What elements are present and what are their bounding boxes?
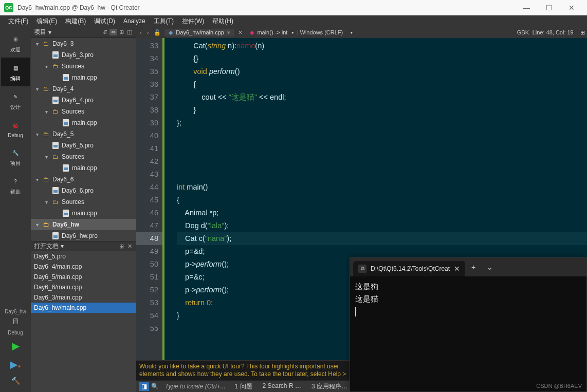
minimize-button[interactable]: — — [515, 1, 538, 15]
expand-icon[interactable]: ▾ — [36, 41, 42, 47]
tree-item[interactable]: ▾🗀Sources — [31, 151, 136, 162]
tree-item[interactable]: ▾🗀Sources — [31, 61, 136, 72]
open-doc-item[interactable]: Day6_5/main.cpp — [31, 272, 136, 282]
line-number[interactable]: 54 — [136, 309, 162, 322]
tree-item[interactable]: ▾🗀Day6_6 — [31, 174, 136, 185]
line-number[interactable]: 52 — [136, 284, 162, 296]
tab-dropdown-icon[interactable]: ⌄ — [482, 260, 498, 274]
close-button[interactable]: ✕ — [560, 1, 583, 15]
search-icon[interactable]: 🔍 — [149, 383, 161, 390]
menu-item[interactable]: 构建(B) — [61, 17, 90, 26]
debug-run-button[interactable]: ▶● — [7, 355, 24, 374]
tree-item[interactable]: ▾🗀Day6_3 — [31, 38, 136, 49]
line-number[interactable]: 35 — [136, 65, 162, 78]
code-line[interactable]: p=&d; — [177, 245, 587, 258]
tree-item[interactable]: main.cpp — [31, 72, 136, 83]
line-number[interactable]: 37 — [136, 91, 162, 104]
code-line[interactable]: } — [177, 104, 587, 117]
expand-icon[interactable]: ▾ — [36, 86, 42, 92]
tree-item[interactable]: ▾🗀Day6_hw — [31, 219, 136, 230]
tree-item[interactable]: Day6_3.pro — [31, 49, 136, 61]
expand-icon[interactable]: ▾ — [36, 222, 42, 228]
code-line[interactable]: int main() — [177, 181, 587, 194]
add-icon[interactable]: ⊞ — [118, 29, 125, 35]
code-line[interactable]: { — [177, 78, 587, 91]
code-line[interactable]: {} — [177, 52, 587, 65]
code-line[interactable]: void perform() — [177, 65, 587, 78]
code-line[interactable] — [177, 155, 587, 168]
tree-item[interactable]: main.cpp — [31, 117, 136, 128]
menu-item[interactable]: 编辑(E) — [32, 17, 61, 26]
file-selector[interactable]: ◆ Day6_hw/main.cpp ▾ — [164, 29, 234, 36]
open-doc-item[interactable]: Day6_6/main.cpp — [31, 282, 136, 292]
code-line[interactable]: Cat(string n):name(n) — [177, 40, 587, 52]
kit-icon[interactable]: 🖥 — [9, 315, 22, 328]
mode-edit[interactable]: ▤编辑 — [1, 58, 30, 86]
line-number[interactable]: 40 — [136, 129, 162, 142]
dropdown-icon[interactable]: ▾ — [61, 242, 64, 250]
output-tab[interactable]: 2 Search R … — [258, 382, 306, 391]
menu-item[interactable]: 帮助(H) — [208, 17, 237, 26]
split-icon[interactable]: ◫ — [126, 29, 133, 35]
line-number[interactable]: 41 — [136, 142, 162, 155]
mode-welcome[interactable]: ⊞欢迎 — [1, 29, 30, 58]
line-number[interactable]: 49 — [136, 245, 162, 258]
code-line[interactable]: }; — [177, 117, 587, 129]
encoding-selector[interactable]: GBK — [517, 29, 529, 35]
line-ending-selector[interactable]: Windows (CRLF) ▾ — [300, 29, 354, 36]
code-line[interactable]: Animal *p; — [177, 207, 587, 219]
tree-item[interactable]: main.cpp — [31, 208, 136, 219]
line-number[interactable]: 51 — [136, 271, 162, 284]
tree-item[interactable]: Day6_5.pro — [31, 140, 136, 151]
line-number[interactable]: 46 — [136, 207, 162, 219]
console-output[interactable]: 这是狗这是猫 — [350, 276, 586, 391]
build-button[interactable]: 🔨 — [8, 374, 23, 388]
symbol-selector[interactable]: ◆ main() -> int ▾ — [250, 29, 295, 36]
tree-item[interactable]: ▾🗀Day6_4 — [31, 83, 136, 95]
close-file-button[interactable]: ✕ — [236, 29, 244, 36]
line-number[interactable]: 39 — [136, 117, 162, 129]
mode-design[interactable]: ✎设计 — [1, 86, 30, 115]
dropdown-icon[interactable]: ▾ — [48, 29, 51, 36]
menu-item[interactable]: 控件(W) — [178, 17, 208, 26]
open-doc-item[interactable]: Day6_hw/main.cpp — [31, 303, 136, 313]
panel-toggle-icon[interactable]: ◨ — [139, 382, 149, 391]
line-number[interactable]: 50 — [136, 258, 162, 271]
mode-debug[interactable]: 🐞Debug — [1, 115, 30, 142]
line-number[interactable]: 45 — [136, 194, 162, 207]
open-doc-item[interactable]: Day6_4/main.cpp — [31, 262, 136, 272]
line-number[interactable]: 43 — [136, 168, 162, 181]
open-doc-item[interactable]: Day6_5.pro — [31, 251, 136, 262]
menu-item[interactable]: 调试(D) — [90, 17, 119, 26]
tree-item[interactable]: Day6_hw.pro — [31, 230, 136, 241]
expand-icon[interactable]: ▾ — [36, 132, 42, 137]
line-number[interactable]: 42 — [136, 155, 162, 168]
expand-icon[interactable]: ▾ — [45, 199, 51, 205]
line-gutter[interactable]: 3334353637383940414243444546474849505152… — [136, 38, 164, 360]
maximize-button[interactable]: ☐ — [538, 1, 560, 15]
tree-item[interactable]: Day6_4.pro — [31, 95, 136, 106]
expand-icon[interactable]: ▾ — [36, 177, 42, 182]
link-icon[interactable]: ⇔ — [109, 29, 117, 35]
tree-item[interactable]: Day6_6.pro — [31, 185, 136, 196]
mode-projects[interactable]: 🔧项目 — [1, 142, 30, 171]
code-line[interactable] — [177, 129, 587, 142]
split-icon[interactable]: ⊞ — [118, 243, 125, 249]
code-line[interactable]: cout << "这是猫" << endl; — [177, 91, 587, 104]
console-tab[interactable]: ⧉ D:\Qt\Qt5.14.2\Tools\QtCreat ✕ — [353, 261, 465, 276]
line-number[interactable]: 33 — [136, 40, 162, 52]
close-panel-icon[interactable]: ✕ — [126, 243, 133, 249]
project-tree[interactable]: ▾🗀Day6_3Day6_3.pro▾🗀Sourcesmain.cpp▾🗀Day… — [31, 38, 136, 241]
code-line[interactable] — [177, 168, 587, 181]
expand-icon[interactable]: ▾ — [45, 109, 51, 115]
menu-item[interactable]: Analyze — [119, 17, 150, 25]
tree-item[interactable]: ▾🗀Day6_5 — [31, 128, 136, 140]
tree-item[interactable]: ▾🗀Sources — [31, 106, 136, 117]
kit-target[interactable]: Day6_hw — [3, 308, 28, 315]
menu-item[interactable]: 工具(T) — [150, 17, 178, 26]
line-number[interactable]: 44 — [136, 181, 162, 194]
lock-icon[interactable]: 🔓 — [152, 29, 162, 36]
filter-icon[interactable]: ⇵ — [102, 29, 108, 35]
split-editor-icon[interactable]: ⊞ — [580, 29, 585, 35]
code-line[interactable]: Cat c("nana"); — [177, 232, 587, 245]
